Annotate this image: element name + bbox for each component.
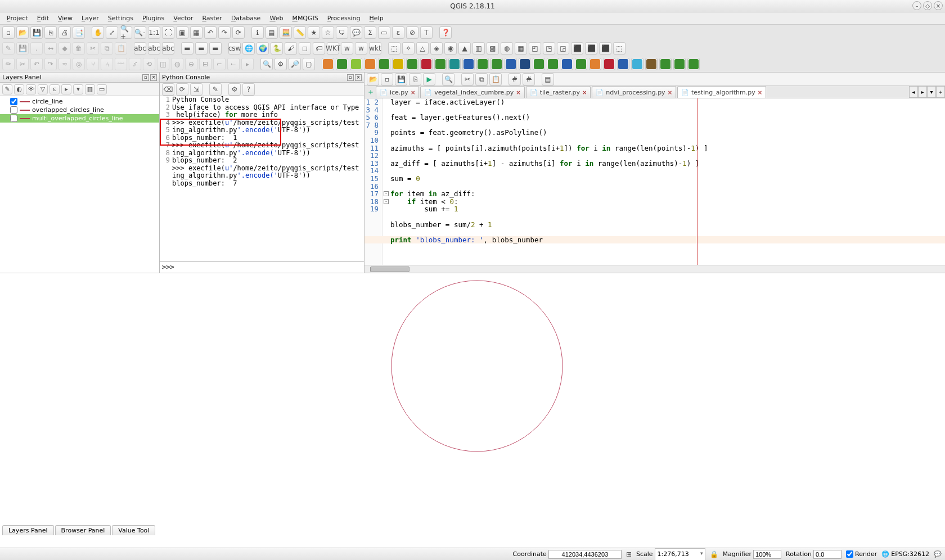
ring-icon[interactable]: ◎ [73, 58, 85, 70]
tab-close-icon[interactable]: × [411, 89, 415, 96]
editor-tab-0[interactable]: 📄ice.py× [376, 86, 419, 98]
layer-filter2-icon[interactable]: ▽ [38, 84, 48, 94]
wkt-badge-icon[interactable]: wkt [369, 42, 381, 55]
part-icon[interactable]: ◫ [157, 58, 169, 70]
zoom-selection-icon[interactable]: ▣ [176, 26, 188, 39]
pan-selection-icon[interactable]: ⤢ [106, 26, 118, 39]
plugin-tile-26-icon[interactable] [687, 58, 700, 70]
tab-nav-0-icon[interactable]: ◂ [909, 86, 918, 98]
layer-item-2[interactable]: multi_overlapped_circles_line [0, 114, 159, 123]
zoom-native-icon[interactable]: 1:1 [148, 26, 160, 39]
plugin-tile-8-icon[interactable] [434, 58, 447, 70]
row3-find-icon[interactable]: 🔎 [289, 58, 301, 70]
python-output[interactable]: 1 2 3 4 5 6 7 8 9 Python Console Use ifa… [160, 96, 364, 261]
rotate-icon[interactable]: ⟲ [143, 58, 155, 70]
bottom-tab-2[interactable]: Value Tool [112, 525, 155, 535]
layer-checkbox[interactable] [10, 98, 17, 105]
edit-pencil-icon[interactable]: ✏ [2, 58, 15, 70]
magnifier-input[interactable] [753, 550, 781, 559]
zoom-layer-icon[interactable]: ▦ [190, 26, 202, 39]
reshape-icon[interactable]: 〰 [115, 58, 127, 70]
py-settings-icon[interactable]: ⚙ [228, 83, 241, 96]
row3-zoom-icon[interactable]: 🔍 [260, 58, 273, 70]
ed-cut-icon[interactable]: ✂ [461, 73, 474, 85]
zoom-last-icon[interactable]: ↶ [204, 26, 217, 39]
plugin-extra-icon[interactable]: ⬚ [613, 42, 626, 55]
py-help-icon[interactable]: ? [242, 83, 255, 96]
layer-expr-icon[interactable]: ε [50, 84, 60, 94]
copy-icon[interactable]: ⧉ [101, 42, 113, 55]
paste-icon[interactable]: 📋 [115, 42, 127, 55]
minimize-icon[interactable]: – [912, 1, 921, 10]
ed-new-icon[interactable]: ▫ [381, 73, 393, 85]
menu-layer[interactable]: Layer [77, 13, 104, 23]
panel-float-icon[interactable]: ▫ [347, 74, 354, 81]
editor-tab-4[interactable]: 📄testing_algorithm.py× [677, 86, 766, 98]
layer-item-1[interactable]: overlapped_circles_line [0, 106, 159, 114]
cut-icon[interactable]: ✂ [87, 42, 99, 55]
delete-icon[interactable]: 🗑 [73, 42, 85, 55]
render-checkbox[interactable] [846, 550, 853, 558]
tab-close-icon[interactable]: × [668, 89, 672, 96]
plugin-3-icon[interactable]: △ [416, 42, 429, 55]
fill-ring-icon[interactable]: ◍ [171, 58, 183, 70]
plugin-1-icon[interactable]: ⬚ [388, 42, 400, 55]
layer-checkbox[interactable] [10, 106, 17, 114]
ed-uncomment-icon[interactable]: #̶ [523, 73, 535, 85]
coord-input[interactable] [548, 550, 622, 559]
rotation-input[interactable] [813, 550, 842, 559]
ed-paste-icon[interactable]: 📋 [489, 73, 502, 85]
offset-icon[interactable]: ⫽ [129, 58, 141, 70]
select-expr-icon[interactable]: ε [392, 26, 404, 39]
new-bookmark-icon[interactable]: ☆ [322, 26, 334, 39]
editor-hscrollbar[interactable] [364, 265, 945, 273]
tab-close-icon[interactable]: × [582, 89, 587, 96]
crs-icon[interactable]: 🌐 [881, 550, 889, 558]
save-edits-icon[interactable]: 💾 [16, 42, 29, 55]
statistics-icon[interactable]: Σ [364, 26, 376, 39]
csw-icon[interactable]: csw [228, 42, 241, 55]
menu-settings[interactable]: Settings [104, 13, 138, 23]
select-icon[interactable]: ▭ [378, 26, 390, 39]
layer-filter-icon[interactable]: ◐ [14, 84, 24, 94]
layers-tree[interactable]: circle_lineoverlapped_circles_linemulti_… [0, 96, 159, 273]
layer-item-0[interactable]: circle_line [0, 97, 159, 106]
menu-web[interactable]: Web [265, 13, 287, 23]
panel-float-icon[interactable]: ▫ [142, 74, 149, 81]
color-swatch-2-icon[interactable]: ▬ [195, 42, 208, 55]
plugin-tile-24-icon[interactable] [659, 58, 672, 70]
save-as-icon[interactable]: ⎘ [44, 26, 57, 39]
trim-icon[interactable]: ⌐ [213, 58, 226, 70]
plugin-tile-5-icon[interactable] [392, 58, 404, 70]
text-annotation-icon[interactable]: T [420, 26, 433, 39]
menu-mmqgis[interactable]: MMQGIS [287, 13, 322, 23]
ed-save-icon[interactable]: 💾 [395, 73, 407, 85]
plugin-tile-1-icon[interactable] [336, 58, 348, 70]
plugin-tile-6-icon[interactable] [406, 58, 418, 70]
wkt2-icon[interactable]: w [355, 42, 367, 55]
plugin-6-icon[interactable]: ▲ [458, 42, 471, 55]
plugin-7-icon[interactable]: ▥ [472, 42, 485, 55]
zoom-out-icon[interactable]: 🔍- [134, 26, 146, 39]
metasearch-icon[interactable]: 🌐 [242, 42, 255, 55]
plugin-10-icon[interactable]: ▦ [515, 42, 527, 55]
plugin-tile-14-icon[interactable] [519, 58, 531, 70]
fold-marker-icon[interactable]: - [384, 199, 389, 204]
abc-line-icon[interactable]: abc [162, 42, 174, 55]
map-tips-icon[interactable]: 💬 [350, 26, 362, 39]
ed-run-icon[interactable]: ▶ [423, 73, 435, 85]
extent-icon[interactable]: ◻ [299, 42, 311, 55]
redo-icon[interactable]: ↷ [44, 58, 57, 70]
plugin-tile-0-icon[interactable] [322, 58, 334, 70]
panel-close-icon[interactable]: × [355, 74, 362, 81]
extents-icon[interactable]: ⊞ [626, 550, 632, 558]
plugin-tile-2-icon[interactable] [350, 58, 362, 70]
plugin-tile-20-icon[interactable] [603, 58, 615, 70]
layer-visibility-icon[interactable]: 👁 [26, 84, 36, 94]
plugin-tile-19-icon[interactable] [589, 58, 601, 70]
zoom-next-icon[interactable]: ↷ [218, 26, 231, 39]
wkt1-icon[interactable]: w [341, 42, 353, 55]
menu-view[interactable]: View [53, 13, 77, 23]
move-feature-icon[interactable]: ↔ [44, 42, 57, 55]
tab-close-icon[interactable]: × [516, 89, 520, 96]
